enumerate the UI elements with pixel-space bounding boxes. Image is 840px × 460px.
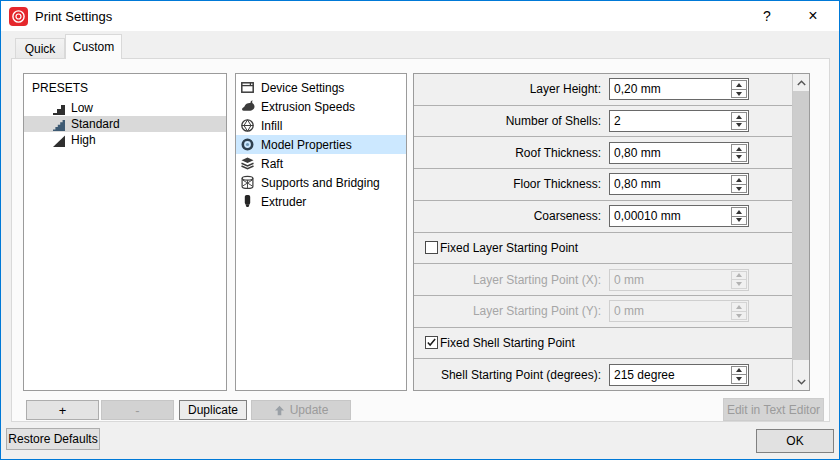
- arrow-down-icon: [736, 282, 742, 286]
- floor-thickness-label: Floor Thickness:: [414, 177, 601, 191]
- category-device-settings[interactable]: Device Settings: [236, 78, 406, 97]
- preset-item-high[interactable]: High: [24, 132, 226, 148]
- scroll-down-button[interactable]: [793, 373, 809, 390]
- shell-starting-point-label: Shell Starting Point (degrees):: [414, 368, 601, 382]
- spin-buttons: [731, 80, 747, 98]
- floor-thickness-spinbox[interactable]: 0,80 mm: [609, 173, 749, 195]
- roof-thickness-row: Roof Thickness: 0,80 mm: [414, 137, 792, 169]
- arrow-up-icon: [736, 305, 742, 309]
- spin-up-button[interactable]: [732, 208, 746, 217]
- spin-up-button[interactable]: [732, 367, 746, 376]
- arrow-down-icon: [736, 123, 742, 127]
- spin-down-button[interactable]: [732, 217, 746, 225]
- layer-starting-point-y-value: 0 mm: [610, 301, 730, 321]
- category-extruder[interactable]: Extruder: [236, 192, 406, 211]
- floor-thickness-row: Floor Thickness: 0,80 mm: [414, 169, 792, 201]
- spin-up-button[interactable]: [732, 113, 746, 122]
- layer-height-spinbox[interactable]: 0,20 mm: [609, 78, 749, 100]
- scroll-up-button[interactable]: [793, 74, 809, 91]
- category-label: Extrusion Speeds: [261, 100, 355, 114]
- fixed-shell-starting-point-row: Fixed Shell Starting Point: [414, 328, 792, 360]
- title-bar: Print Settings ? ×: [1, 1, 839, 31]
- arrow-up-icon: [736, 273, 742, 277]
- category-raft[interactable]: Raft: [236, 154, 406, 173]
- number-of-shells-spinbox[interactable]: 2: [609, 110, 749, 132]
- category-label: Model Properties: [261, 138, 352, 152]
- layers-icon: [240, 156, 255, 171]
- spin-down-button[interactable]: [732, 185, 746, 193]
- category-label: Raft: [261, 157, 283, 171]
- layer-height-row: Layer Height: 0,20 mm: [414, 74, 792, 106]
- ring-icon: [240, 137, 255, 152]
- duplicate-preset-button[interactable]: Duplicate: [179, 400, 247, 420]
- remove-preset-button: -: [101, 400, 174, 420]
- spin-down-button: [732, 280, 746, 288]
- spin-up-button: [732, 272, 746, 281]
- scrollbar-thumb[interactable]: [793, 91, 809, 360]
- restore-defaults-button[interactable]: Restore Defaults: [6, 428, 100, 450]
- chevron-down-icon: [797, 379, 806, 385]
- roof-thickness-value[interactable]: 0,80 mm: [610, 143, 730, 163]
- close-icon[interactable]: ×: [791, 1, 835, 30]
- spin-down-button[interactable]: [732, 90, 746, 98]
- spin-up-button[interactable]: [732, 81, 746, 90]
- floor-thickness-value[interactable]: 0,80 mm: [610, 174, 730, 194]
- fixed-shell-starting-point-label: Fixed Shell Starting Point: [440, 336, 575, 350]
- window-title: Print Settings: [35, 9, 112, 24]
- arrow-up-icon: [736, 83, 742, 87]
- layer-starting-point-x-value: 0 mm: [610, 270, 730, 290]
- arrow-down-icon: [736, 92, 742, 96]
- spin-up-button[interactable]: [732, 145, 746, 154]
- preset-item-low[interactable]: Low: [24, 100, 226, 116]
- coarseness-spinbox[interactable]: 0,00010 mm: [609, 205, 749, 227]
- layer-starting-point-y-row: Layer Starting Point (Y): 0 mm: [414, 296, 792, 328]
- spin-buttons: [731, 271, 747, 289]
- tab-custom[interactable]: Custom: [65, 34, 122, 59]
- fixed-layer-starting-point-label: Fixed Layer Starting Point: [440, 241, 578, 255]
- coarseness-value[interactable]: 0,00010 mm: [610, 206, 730, 226]
- window-icon: [240, 80, 255, 95]
- arrow-up-icon: [736, 115, 742, 119]
- number-of-shells-value[interactable]: 2: [610, 111, 730, 131]
- fixed-shell-starting-point-checkbox[interactable]: [425, 336, 438, 349]
- arrow-up-icon: [736, 178, 742, 182]
- edit-in-text-editor-button: Edit in Text Editor: [723, 398, 824, 421]
- layer-height-label: Layer Height:: [414, 82, 601, 96]
- update-preset-button: Update: [251, 400, 351, 420]
- scrollbar-track[interactable]: [793, 91, 809, 373]
- help-button[interactable]: ?: [747, 1, 787, 30]
- spin-down-button[interactable]: [732, 375, 746, 383]
- shell-starting-point-spinbox[interactable]: 215 degree: [609, 364, 749, 386]
- presets-panel: PRESETS Low Standard High: [23, 73, 227, 391]
- spin-buttons: [731, 302, 747, 320]
- arrow-up-icon: [736, 368, 742, 372]
- spin-buttons: [731, 175, 747, 193]
- coarseness-row: Coarseness: 0,00010 mm: [414, 201, 792, 233]
- fixed-layer-starting-point-checkbox[interactable]: [425, 241, 438, 254]
- layer-starting-point-y-spinbox: 0 mm: [609, 300, 749, 322]
- print-settings-dialog: Print Settings ? × Quick Custom PRESETS …: [0, 0, 840, 460]
- spin-down-button[interactable]: [732, 153, 746, 161]
- preset-list: Low Standard High: [24, 100, 226, 148]
- shell-starting-point-value[interactable]: 215 degree: [610, 365, 730, 385]
- category-infill[interactable]: Infill: [236, 116, 406, 135]
- form-scrollbar[interactable]: [792, 74, 809, 390]
- layer-starting-point-x-spinbox: 0 mm: [609, 269, 749, 291]
- category-extrusion-speeds[interactable]: Extrusion Speeds: [236, 97, 406, 116]
- spin-down-button[interactable]: [732, 122, 746, 130]
- roof-thickness-label: Roof Thickness:: [414, 146, 601, 160]
- arrow-up-icon: [274, 405, 285, 416]
- chevron-up-icon: [797, 80, 806, 86]
- category-model-properties[interactable]: Model Properties: [236, 135, 406, 154]
- category-label: Supports and Bridging: [261, 176, 380, 190]
- tab-quick[interactable]: Quick: [15, 38, 65, 59]
- preset-item-standard[interactable]: Standard: [24, 116, 226, 132]
- roof-thickness-spinbox[interactable]: 0,80 mm: [609, 142, 749, 164]
- extruder-nozzle-icon: [240, 194, 255, 209]
- category-label: Device Settings: [261, 81, 344, 95]
- ok-button[interactable]: OK: [756, 429, 834, 453]
- spin-up-button[interactable]: [732, 176, 746, 185]
- layer-height-value[interactable]: 0,20 mm: [610, 79, 730, 99]
- add-preset-button[interactable]: +: [26, 400, 99, 420]
- category-supports-and-bridging[interactable]: Supports and Bridging: [236, 173, 406, 192]
